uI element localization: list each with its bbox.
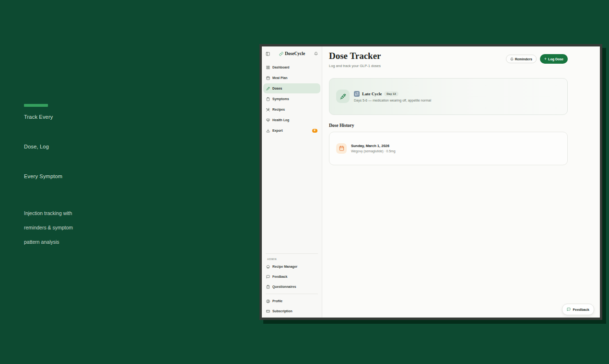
sidebar-item-recipe-manager[interactable]: Recipe Manager	[263, 262, 320, 272]
cycle-info: Late Cycle Day 13 Days 5-6 — medication …	[354, 91, 431, 102]
feedback-button-label: Feedback	[573, 307, 589, 312]
dose-history-heading: Dose History	[329, 123, 600, 128]
syringe-tile	[336, 90, 350, 103]
app-window: DoseCycle Dashboard Meal Plan Doses Symp…	[259, 44, 602, 320]
log-dose-button-label: Log Dose	[548, 57, 563, 61]
heart-pulse-icon	[266, 118, 270, 122]
hero-title-line: Every Symptom	[24, 173, 62, 179]
dashboard-grid-icon	[266, 66, 270, 69]
clipboard-check-icon	[266, 285, 270, 289]
message-square-icon	[266, 275, 270, 279]
message-square-icon	[567, 307, 571, 311]
hero-subtitle-line: Injection tracking with	[24, 210, 72, 216]
hero-accent-bar	[24, 104, 48, 107]
hero-subtitle-line: reminders & symptom	[24, 225, 73, 230]
sidebar-item-export[interactable]: Export ♛	[263, 125, 320, 136]
sidebar-item-doses[interactable]: Doses	[263, 83, 320, 93]
brand-link-icon	[279, 52, 283, 56]
crown-pro-badge: ♛	[312, 129, 317, 133]
reminders-button[interactable]: Reminders	[506, 55, 537, 63]
sidebar-bottom: ADMIN Recipe Manager Feedback Questionna…	[262, 251, 322, 318]
cycle-phase-title: Late Cycle	[362, 91, 382, 96]
header-buttons: Reminders + Log Dose	[506, 54, 568, 64]
sidebar-item-label: Symptoms	[272, 97, 289, 101]
utensils-crossed-icon	[266, 108, 270, 112]
panel-toggle-icon[interactable]	[266, 52, 270, 56]
sidebar-header: DoseCycle	[262, 46, 322, 61]
calendar-icon	[266, 76, 270, 80]
cycle-description: Days 5-6 — medication wearing off, appet…	[354, 99, 431, 102]
entry-details: Wegovy (semaglutide) · 0.5mg	[351, 149, 395, 153]
chef-hat-icon	[266, 265, 270, 269]
sidebar-item-label: Dashboard	[272, 66, 290, 69]
hero-title-line: Track Every	[24, 114, 53, 120]
cycle-title-row: Late Cycle Day 13	[354, 91, 431, 97]
page-title: Dose Tracker	[329, 51, 381, 61]
brand-name: DoseCycle	[285, 51, 305, 56]
plus-icon: +	[544, 57, 547, 61]
brand-logo[interactable]: DoseCycle	[270, 51, 314, 56]
dose-history-entry[interactable]: Sunday, March 1, 2026 Wegovy (semaglutid…	[329, 132, 568, 165]
sidebar-item-label: Feedback	[272, 275, 287, 278]
clipboard-icon	[266, 97, 270, 101]
sidebar-item-label: Questionnaires	[272, 285, 296, 288]
sidebar-item-subscription[interactable]: Subscription	[263, 306, 320, 316]
sidebar-item-symptoms[interactable]: Symptoms	[263, 94, 320, 104]
sidebar-nav: Dashboard Meal Plan Doses Symptoms Recip…	[262, 61, 322, 137]
cycle-status-card: Late Cycle Day 13 Days 5-6 — medication …	[329, 78, 568, 115]
sidebar-item-label: Recipes	[272, 108, 285, 111]
credit-card-icon	[266, 309, 270, 313]
sidebar-item-health-log[interactable]: Health Log	[263, 115, 320, 125]
calendar-tile	[336, 143, 347, 154]
admin-section-label: ADMIN	[263, 256, 320, 262]
sidebar-item-label: Meal Plan	[272, 76, 287, 80]
sidebar-item-questionnaires[interactable]: Questionnaires	[263, 282, 320, 292]
feedback-floating-button[interactable]: Feedback	[562, 304, 594, 315]
page-header-text: Dose Tracker Log and track your GLP-1 do…	[329, 51, 381, 68]
sidebar-item-recipes[interactable]: Recipes	[263, 104, 320, 114]
sidebar-item-label: Doses	[272, 87, 282, 90]
sidebar-item-feedback[interactable]: Feedback	[263, 272, 320, 282]
sidebar-divider	[266, 294, 318, 294]
sidebar-item-label: Health Log	[272, 118, 289, 122]
sidebar: DoseCycle Dashboard Meal Plan Doses Symp…	[262, 46, 322, 318]
sidebar-item-dashboard[interactable]: Dashboard	[263, 62, 320, 72]
bell-icon[interactable]	[314, 52, 318, 56]
reminders-button-label: Reminders	[515, 57, 532, 61]
sidebar-item-label: Recipe Manager	[272, 265, 297, 268]
sidebar-item-profile[interactable]: Profile	[263, 296, 320, 306]
log-dose-button[interactable]: + Log Dose	[540, 54, 568, 64]
hero-subtitle-line: pattern analysis	[24, 239, 59, 245]
repeat-cycle-icon	[354, 91, 360, 97]
user-circle-icon	[266, 299, 270, 303]
sidebar-item-label: Profile	[272, 299, 282, 303]
sidebar-item-label: Export	[272, 129, 283, 132]
sidebar-item-label: Subscription	[272, 309, 293, 313]
main-content: Dose Tracker Log and track your GLP-1 do…	[322, 46, 600, 318]
page-subtitle: Log and track your GLP-1 doses	[329, 64, 381, 68]
cycle-day-badge: Day 13	[384, 91, 398, 96]
hero-title-line: Dose, Log	[24, 144, 49, 149]
entry-text: Sunday, March 1, 2026 Wegovy (semaglutid…	[351, 144, 395, 153]
bell-icon	[510, 57, 514, 61]
entry-date: Sunday, March 1, 2026	[351, 144, 395, 148]
sidebar-item-meal-plan[interactable]: Meal Plan	[263, 73, 320, 83]
page-header: Dose Tracker Log and track your GLP-1 do…	[329, 51, 568, 68]
calendar-icon	[339, 146, 344, 151]
syringe-icon	[266, 87, 270, 91]
download-icon	[266, 129, 270, 133]
sidebar-divider	[266, 253, 318, 254]
syringe-icon	[340, 93, 346, 100]
